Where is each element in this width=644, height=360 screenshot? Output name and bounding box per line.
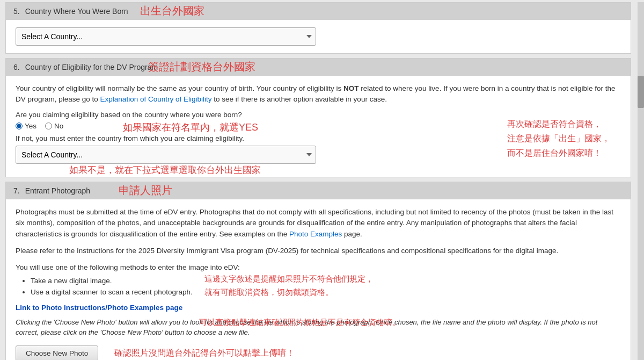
country-born-select-wrapper[interactable]: Select A Country... bbox=[16, 27, 316, 46]
scrollbar-thumb[interactable] bbox=[638, 76, 644, 108]
eligibility-body-1: Your country of eligibility will normall… bbox=[16, 83, 621, 105]
eligibility-country-link[interactable]: Explanation of Country of Eligibility bbox=[100, 95, 212, 103]
section-5: 5. Country Where You Were Born 出生台外國家 Se… bbox=[5, 2, 631, 54]
annotation-s7-title: 申請人照片 bbox=[119, 183, 172, 198]
section-5-number: 5. bbox=[13, 7, 20, 16]
section-6-header: 6. Country of Eligibility for the DV Pro… bbox=[6, 59, 631, 76]
radio-no[interactable] bbox=[45, 123, 52, 129]
section-6-title: Country of Eligibility for the DV Progra… bbox=[25, 63, 158, 71]
photo-instructions-link-row: Link to Photo Instructions/Photo Example… bbox=[16, 304, 621, 312]
radio-no-label[interactable]: No bbox=[45, 122, 63, 130]
country-eligibility-select-wrapper[interactable]: Select A Country... bbox=[16, 146, 316, 164]
radio-yes[interactable] bbox=[16, 123, 23, 129]
section-7-title: Entrant Photograph bbox=[25, 186, 90, 195]
photo-note: Clicking the 'Choose New Photo' button w… bbox=[16, 317, 621, 338]
if-not-text: If not, you must enter the country from … bbox=[16, 134, 621, 142]
photo-method-1: Take a new digital image. bbox=[31, 276, 621, 287]
section-6-number: 6. bbox=[13, 63, 20, 71]
section-7: 7. Entrant Photograph 申請人照片 Photographs … bbox=[5, 182, 631, 361]
annotation-not: 如果不是，就在下拉式選單選取你台外出生國家 bbox=[69, 164, 261, 176]
annotation-s5-title: 出生台外國家 bbox=[140, 4, 204, 18]
annotation-s6-title: 簽證計劃資格台外國家 bbox=[148, 60, 255, 74]
photo-method-2: Use a digital scanner to scan a recent p… bbox=[31, 287, 621, 298]
photo-instructions-link[interactable]: Link to Photo Instructions/Photo Example… bbox=[16, 304, 182, 312]
photo-body-1: Photographs must be submitted at the tim… bbox=[16, 207, 621, 241]
country-eligibility-select[interactable]: Select A Country... bbox=[16, 146, 316, 164]
eligibility-radio-row: Yes No bbox=[16, 122, 621, 130]
section-5-title: Country Where You Were Born bbox=[25, 7, 128, 16]
choose-photo-button[interactable]: Choose New Photo bbox=[16, 345, 98, 360]
photo-methods-list: Take a new digital image. Use a digital … bbox=[31, 276, 621, 298]
photo-examples-link[interactable]: Photo Examples bbox=[289, 230, 342, 238]
country-born-select[interactable]: Select A Country... bbox=[16, 27, 316, 46]
photo-body-2: Please refer to the Instructions for the… bbox=[16, 246, 621, 257]
annotation-photo-ok: 確認照片沒問題台外記得台外可以點擊上傳唷！ bbox=[114, 348, 295, 359]
section-6: 6. Country of Eligibility for the DV Pro… bbox=[5, 58, 631, 177]
eligibility-question: Are you claiming eligibility based on th… bbox=[16, 111, 621, 119]
photo-methods: You will use one of the following method… bbox=[16, 262, 621, 298]
radio-yes-label[interactable]: Yes bbox=[16, 122, 36, 130]
section-7-header: 7. Entrant Photograph 申請人照片 bbox=[6, 182, 631, 199]
scrollbar[interactable] bbox=[638, 2, 644, 360]
section-7-number: 7. bbox=[13, 186, 20, 195]
section-5-header: 5. Country Where You Were Born 出生台外國家 bbox=[6, 3, 631, 20]
